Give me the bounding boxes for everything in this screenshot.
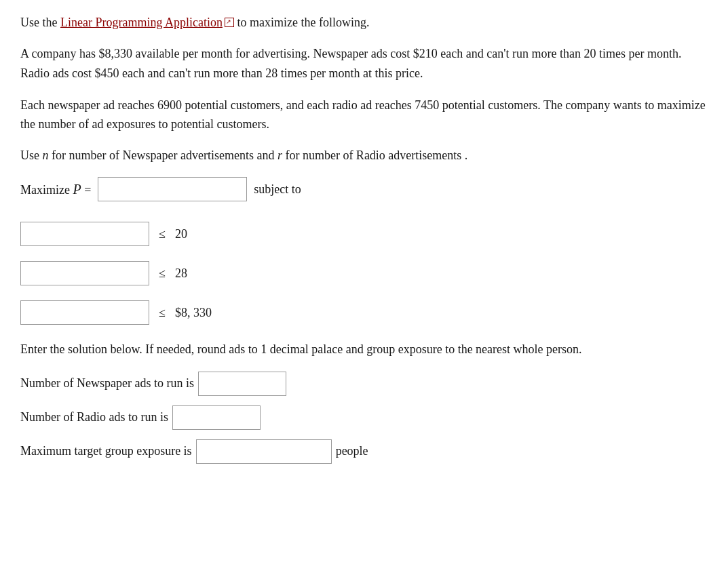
maximize-before-p: Maximize bbox=[20, 183, 73, 197]
intro-text-before-link: Use the bbox=[20, 16, 60, 29]
subject-to-label: subject to bbox=[254, 182, 301, 197]
constraint-1-leq: ≤ bbox=[159, 227, 166, 241]
external-link-icon bbox=[225, 18, 234, 27]
maximize-var-p: P bbox=[73, 182, 81, 197]
newspaper-solution-row: Number of Newspaper ads to run is bbox=[20, 372, 708, 396]
radio-ads-input[interactable] bbox=[172, 405, 261, 430]
radio-label: Number of Radio ads to run is bbox=[20, 410, 168, 424]
newspaper-ads-input[interactable] bbox=[198, 372, 286, 396]
paragraph-1: A company has $8,330 available per month… bbox=[20, 44, 708, 83]
exposure-label: Maximum target group exposure is bbox=[20, 444, 192, 458]
constraint-1-input[interactable] bbox=[20, 222, 149, 246]
intro-paragraph: Use the Linear Programming Application t… bbox=[20, 14, 708, 32]
constraint-2-value: 28 bbox=[175, 266, 187, 281]
maximize-row: Maximize P = subject to bbox=[20, 177, 708, 201]
paragraph-2: Each newspaper ad reaches 6900 potential… bbox=[20, 96, 708, 135]
variables-line: Use n for number of Newspaper advertisem… bbox=[20, 146, 708, 165]
constraint-3-value: $8, 330 bbox=[175, 306, 212, 320]
maximize-label-text: Maximize P = bbox=[20, 182, 91, 197]
constraint-3-input[interactable] bbox=[20, 300, 149, 325]
constraint-2-leq: ≤ bbox=[159, 266, 166, 281]
linear-programming-link[interactable]: Linear Programming Application bbox=[60, 16, 223, 29]
exposure-input[interactable] bbox=[196, 439, 332, 464]
maximize-objective-input[interactable] bbox=[98, 177, 247, 201]
people-label: people bbox=[336, 444, 368, 458]
var-line-before-n: Use bbox=[20, 148, 43, 162]
maximize-equals: = bbox=[81, 183, 92, 197]
exposure-solution-row: Maximum target group exposure is people bbox=[20, 439, 708, 464]
var-line-after: for number of Radio advertisements . bbox=[282, 148, 467, 162]
solution-section: Enter the solution below. If needed, rou… bbox=[20, 340, 708, 464]
var-n: n bbox=[43, 148, 49, 162]
constraint-row-2: ≤ 28 bbox=[20, 261, 708, 285]
var-line-between: for number of Newspaper advertisements a… bbox=[49, 148, 277, 162]
intro-text-after-link: to maximize the following. bbox=[234, 16, 369, 29]
constraint-2-input[interactable] bbox=[20, 261, 149, 285]
constraint-row-1: ≤ 20 bbox=[20, 222, 708, 246]
constraint-3-leq: ≤ bbox=[159, 306, 166, 320]
constraint-1-value: 20 bbox=[175, 227, 187, 241]
newspaper-label: Number of Newspaper ads to run is bbox=[20, 376, 194, 391]
constraint-row-3: ≤ $8, 330 bbox=[20, 300, 708, 325]
solution-intro-text: Enter the solution below. If needed, rou… bbox=[20, 340, 708, 359]
var-r: r bbox=[277, 148, 282, 162]
radio-solution-row: Number of Radio ads to run is bbox=[20, 405, 708, 430]
